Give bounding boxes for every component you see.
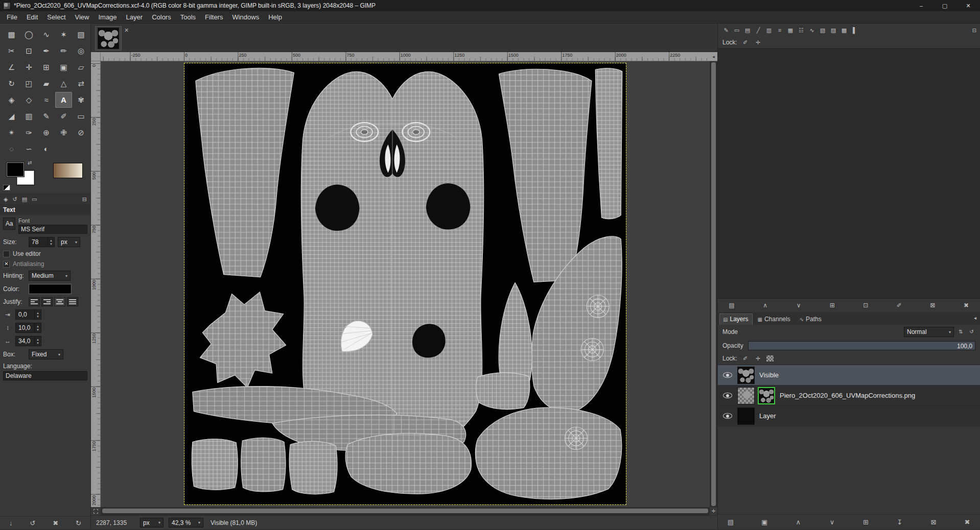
- tool-flip[interactable]: ⇄: [73, 76, 89, 91]
- dock-toolbar-icon[interactable]: ╱: [754, 28, 763, 33]
- menu-image[interactable]: Image: [94, 12, 121, 22]
- tool-warp-transform[interactable]: ≈: [38, 92, 55, 108]
- dock-toolbar-icon[interactable]: ▭: [732, 28, 741, 33]
- merge-layer[interactable]: ⊠: [929, 519, 938, 525]
- box-dropdown[interactable]: Fixed ▾: [29, 349, 63, 359]
- dock-tab-icon-2[interactable]: ↺: [12, 196, 17, 203]
- line-spacing-spinner[interactable]: 10,0 ▴▾: [15, 323, 41, 333]
- dock-toolbar-icon[interactable]: ▥: [764, 28, 774, 33]
- antialiasing-checkbox[interactable]: ✕: [3, 261, 10, 268]
- language-input[interactable]: Delaware: [3, 371, 87, 380]
- tool-unified-transform[interactable]: ▱: [73, 59, 89, 75]
- dock-action-icon[interactable]: ∨: [794, 302, 803, 308]
- tool-paintbrush[interactable]: ✐: [55, 108, 72, 124]
- mode-reset-icon[interactable]: ↺: [968, 329, 975, 334]
- vertical-scrollbar[interactable]: [710, 61, 717, 507]
- opacity-slider[interactable]: 100,0: [748, 341, 975, 350]
- tab-menu-icon[interactable]: ◂: [974, 315, 976, 321]
- layer-thumbnail-checker[interactable]: [737, 387, 755, 404]
- font-input[interactable]: MS Serif: [18, 225, 87, 234]
- justify-right-button[interactable]: [41, 297, 53, 306]
- horizontal-scrollbar-thumb[interactable]: [102, 509, 708, 513]
- reset-tool-options[interactable]: ↻: [76, 519, 81, 527]
- tool-rotate[interactable]: ↻: [3, 76, 20, 91]
- size-spinner[interactable]: 78 ▴▾: [29, 237, 55, 247]
- dock-tab-icon-4[interactable]: ▭: [32, 196, 37, 203]
- tool-perspective[interactable]: △: [55, 76, 72, 91]
- dock-action-icon[interactable]: ▤: [727, 302, 736, 308]
- dock-action-icon[interactable]: ∧: [761, 302, 770, 308]
- tool-fuzzy-select[interactable]: ✶: [55, 27, 72, 42]
- indent-stepper[interactable]: ▴▾: [34, 310, 41, 319]
- layer-row[interactable]: Layer: [718, 406, 980, 426]
- dock-action-icon[interactable]: ✖: [962, 302, 971, 308]
- dock-menu-icon[interactable]: ⊟: [82, 196, 87, 203]
- tool-foreground-select[interactable]: ⊡: [20, 43, 37, 59]
- tool-ink[interactable]: ✑: [20, 125, 37, 140]
- new-layer[interactable]: ▤: [726, 519, 735, 525]
- use-editor-checkbox[interactable]: [3, 251, 10, 257]
- menu-help[interactable]: Help: [264, 12, 287, 22]
- zoom-dropdown[interactable]: 42,3 % ▾: [169, 518, 203, 527]
- dock-action-icon[interactable]: ⊞: [828, 302, 837, 308]
- tool-free-select[interactable]: ∿: [38, 27, 55, 42]
- dock-toolbar-icon[interactable]: ∿: [807, 28, 816, 33]
- raise-layer[interactable]: ∧: [794, 519, 803, 525]
- menu-view[interactable]: View: [71, 12, 94, 22]
- minimize-button[interactable]: –: [909, 0, 933, 11]
- tool-3d-transform[interactable]: ◈: [3, 92, 20, 108]
- letter-spacing-spinner[interactable]: 34,0 ▴▾: [15, 336, 41, 346]
- canvas-menu-button[interactable]: ◂: [710, 52, 717, 61]
- dock-toolbar-icon[interactable]: ▌: [850, 28, 859, 33]
- mode-switch-icon[interactable]: ⇅: [957, 329, 965, 334]
- vertical-scrollbar-thumb[interactable]: [711, 62, 716, 506]
- default-colors-icon[interactable]: [3, 185, 10, 190]
- navigation-button[interactable]: ✛: [710, 507, 717, 515]
- tool-crop[interactable]: ▣: [55, 59, 72, 75]
- tool-dodge-burn[interactable]: ◐: [38, 141, 55, 157]
- mode-dropdown[interactable]: Normal ▾: [904, 327, 954, 337]
- visibility-toggle[interactable]: [718, 372, 737, 378]
- dock-toolbar-icon[interactable]: ✎: [721, 28, 731, 33]
- tool-move[interactable]: ✛: [20, 59, 37, 75]
- indent-spinner[interactable]: 0,0 ▴▾: [15, 309, 41, 320]
- tool-paths[interactable]: ✒: [38, 43, 55, 59]
- vertical-ruler[interactable]: 025050075010001250150017502000: [91, 61, 101, 507]
- tool-pencil[interactable]: ✎: [38, 108, 55, 124]
- visibility-toggle[interactable]: [718, 413, 737, 419]
- canvas[interactable]: [184, 63, 626, 504]
- menu-filters[interactable]: Filters: [200, 12, 227, 22]
- dock-action-icon[interactable]: ⊠: [928, 302, 937, 308]
- tool-blur-sharpen[interactable]: ◌: [3, 141, 20, 157]
- anchor-layer[interactable]: ↧: [895, 519, 904, 525]
- tool-eraser[interactable]: ▭: [73, 108, 89, 124]
- tool-mypaint-brush[interactable]: ✾: [73, 92, 89, 108]
- tool-perspective-clone[interactable]: ⊘: [73, 125, 89, 140]
- tab-layers[interactable]: ▤ Layers: [719, 314, 753, 325]
- tool-zoom[interactable]: ◎: [73, 43, 89, 59]
- menu-edit[interactable]: Edit: [22, 12, 42, 22]
- foreground-color-swatch[interactable]: [6, 162, 25, 177]
- dock-toolbar-icon[interactable]: ▩: [839, 28, 849, 33]
- maximize-button[interactable]: ▢: [933, 0, 956, 11]
- justify-fill-button[interactable]: [67, 297, 78, 306]
- menu-colors[interactable]: Colors: [147, 12, 176, 22]
- horizontal-scrollbar[interactable]: [101, 507, 710, 515]
- size-unit-dropdown[interactable]: px ▾: [58, 237, 80, 247]
- image-tab[interactable]: [95, 26, 122, 51]
- new-layer-group[interactable]: ▣: [760, 519, 769, 525]
- line-spacing-stepper[interactable]: ▴▾: [34, 323, 41, 332]
- text-color-button[interactable]: [29, 284, 72, 294]
- menu-layer[interactable]: Layer: [122, 12, 148, 22]
- lower-layer[interactable]: ∨: [827, 519, 836, 525]
- tool-heal[interactable]: ✙: [55, 125, 72, 140]
- save-tool-preset[interactable]: ↓: [9, 519, 13, 527]
- layer-thumbnail-texture-green[interactable]: [758, 387, 775, 404]
- tool-scale[interactable]: ◰: [20, 76, 37, 91]
- horizontal-ruler[interactable]: -2500250500750100012501500175020002250: [101, 52, 710, 61]
- layer-thumbnail-black[interactable]: [737, 407, 755, 425]
- dock-toolbar-icon[interactable]: ▦: [786, 28, 795, 33]
- tab-paths[interactable]: ∿ Paths: [796, 314, 826, 325]
- tool-color-picker[interactable]: ✏: [55, 43, 72, 59]
- lock-alpha-icon[interactable]: [766, 355, 774, 362]
